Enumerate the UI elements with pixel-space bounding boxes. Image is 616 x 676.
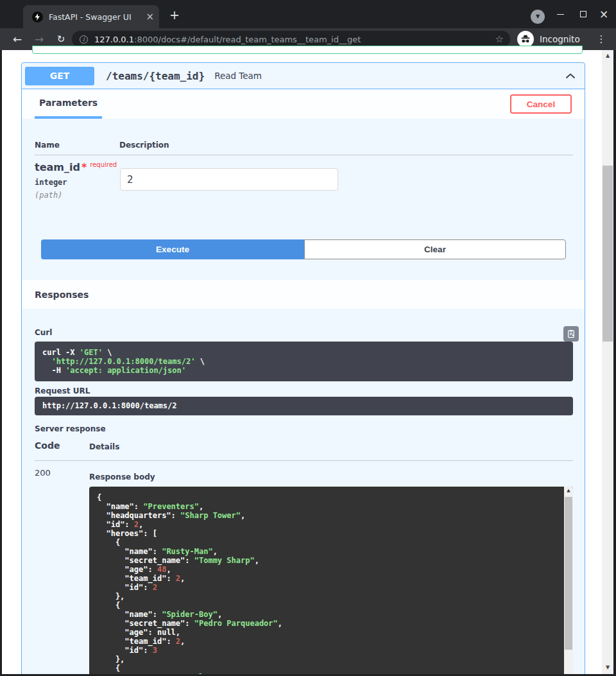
param-name: team_id*required: [35, 161, 117, 173]
team-id-input[interactable]: [120, 168, 338, 191]
tab-parameters[interactable]: Parameters: [35, 89, 102, 119]
window-close-icon[interactable]: ×: [593, 0, 615, 28]
incognito-label: Incognito: [540, 34, 580, 44]
clear-button[interactable]: Clear: [304, 239, 566, 259]
browser-window: FastAPI - Swagger UI × + ▼ × ← → ↻ i 127…: [0, 0, 616, 676]
media-controls-icon[interactable]: ▼: [531, 10, 545, 24]
copy-to-clipboard-icon[interactable]: [563, 326, 579, 342]
fastapi-favicon-icon: [32, 12, 43, 22]
required-asterisk: *: [81, 161, 87, 173]
column-header-name: Name: [35, 141, 60, 150]
page-scrollbar-thumb[interactable]: [603, 166, 613, 342]
parameters-section-header: Parameters Cancel: [22, 89, 585, 119]
code-column-header: Code: [35, 440, 60, 451]
bookmark-star-icon[interactable]: ☆: [495, 33, 504, 45]
server-response-label: Server response: [35, 424, 106, 433]
response-scroll-up-icon[interactable]: ▲: [564, 488, 573, 493]
response-body-code[interactable]: { "name": "Preventers", "headquarters": …: [89, 487, 573, 676]
response-body-label: Response body: [89, 472, 155, 481]
window-maximize-icon[interactable]: [572, 0, 594, 28]
endpoint-path: /teams/{team_id}: [106, 70, 205, 82]
response-table-divider: [35, 460, 573, 461]
window-edge-left: [0, 50, 2, 676]
curl-label: Curl: [35, 328, 52, 337]
tab-title: FastAPI - Swagger UI: [49, 12, 142, 22]
execute-button[interactable]: Execute: [41, 239, 304, 259]
page-scrollbar[interactable]: ▲ ▼: [602, 50, 613, 674]
opblock-summary[interactable]: GET /teams/{team_id} Read Team: [22, 63, 585, 89]
back-icon[interactable]: ←: [8, 28, 27, 50]
curl-command[interactable]: curl -X 'GET' \ 'http://127.0.0.1:8000/t…: [35, 342, 573, 381]
opblock-get-read-team: GET /teams/{team_id} Read Team Parameter…: [21, 62, 585, 676]
endpoint-summary: Read Team: [214, 71, 262, 81]
site-info-icon[interactable]: i: [80, 35, 88, 44]
new-tab-icon[interactable]: +: [169, 8, 180, 22]
url-host: 127.0.0.1: [94, 35, 134, 44]
responses-body: Curl curl -X 'GET' \ 'http://127.0.0.1:8…: [22, 309, 585, 676]
url-text: 127.0.0.1:8000/docs#/default/read_team_t…: [94, 35, 490, 44]
cancel-button[interactable]: Cancel: [510, 94, 572, 114]
parameters-table: Name Description team_id*required intege…: [22, 119, 585, 280]
table-divider: [35, 155, 573, 155]
chrome-menu-icon[interactable]: ⋮: [592, 28, 611, 50]
tab-close-icon[interactable]: ×: [146, 12, 154, 22]
details-column-header: Details: [89, 442, 119, 451]
previous-opblock-bottom: [32, 46, 583, 54]
window-minimize-icon[interactable]: [549, 0, 571, 28]
browser-tab[interactable]: FastAPI - Swagger UI ×: [23, 5, 159, 28]
param-location: (path): [35, 191, 62, 200]
scroll-down-icon[interactable]: ▼: [602, 662, 613, 672]
tab-bar: FastAPI - Swagger UI × + ▼ ×: [0, 0, 616, 28]
column-header-description: Description: [119, 141, 169, 150]
collapse-chevron-icon[interactable]: [565, 73, 576, 79]
response-scrollbar[interactable]: ▲: [564, 487, 573, 676]
request-url-value: http://127.0.0.1:8000/teams/2: [35, 397, 573, 415]
response-scrollbar-thumb[interactable]: [565, 497, 572, 650]
responses-title: Responses: [35, 290, 89, 300]
window-edge-right: [613, 50, 616, 676]
status-code: 200: [35, 468, 51, 478]
required-label: required: [90, 161, 117, 168]
responses-section-header: Responses: [22, 280, 585, 309]
scroll-up-icon[interactable]: ▲: [602, 50, 613, 60]
url-path: :8000/docs#/default/read_team_teams__tea…: [134, 35, 361, 44]
param-type: integer: [35, 178, 67, 187]
request-url-label: Request URL: [35, 386, 90, 395]
method-badge: GET: [25, 67, 94, 85]
